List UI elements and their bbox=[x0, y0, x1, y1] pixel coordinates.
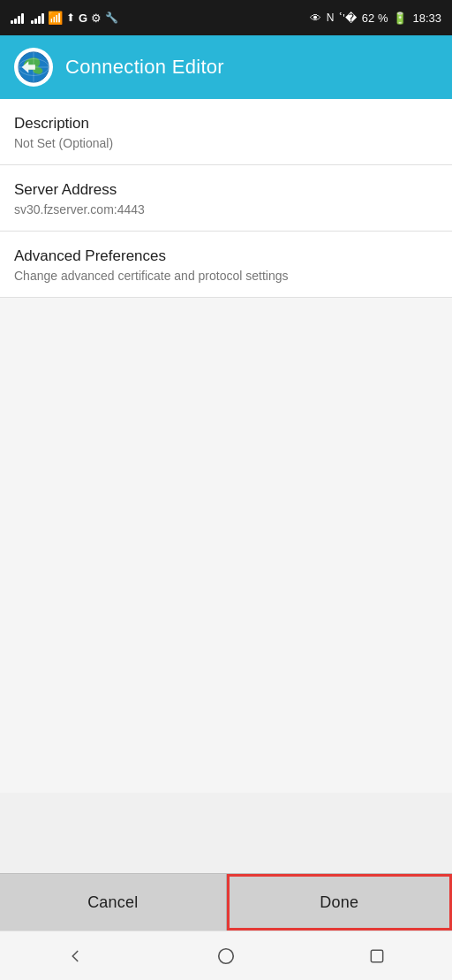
nfc-icon: N bbox=[327, 11, 335, 24]
g-icon: G bbox=[79, 11, 87, 25]
done-button[interactable]: Done bbox=[227, 874, 453, 931]
nav-bar bbox=[0, 931, 452, 980]
advanced-preferences-title: Advanced Preferences bbox=[14, 247, 438, 265]
signal-icon bbox=[11, 11, 24, 24]
app-logo bbox=[14, 48, 53, 87]
server-address-title: Server Address bbox=[14, 181, 438, 199]
wifi-icon: 📶 bbox=[48, 11, 63, 25]
status-left: 📶 ⬆ G ⚙ 🔧 bbox=[11, 11, 118, 25]
status-bar: 📶 ⬆ G ⚙ 🔧 👁 N ʿ'� 62 % 🔋 18:33 bbox=[0, 0, 452, 35]
advanced-preferences-subtitle: Change advanced certificate and protocol… bbox=[14, 269, 438, 283]
description-item[interactable]: Description Not Set (Optional) bbox=[0, 99, 452, 165]
app-title: Connection Editor bbox=[65, 56, 224, 79]
recent-nav-button[interactable] bbox=[358, 937, 396, 976]
battery-percentage: 62 % bbox=[362, 11, 388, 25]
empty-space bbox=[0, 298, 452, 793]
settings-icon: ⚙ bbox=[91, 11, 102, 25]
bottom-buttons: Cancel Done bbox=[0, 873, 452, 931]
server-address-item[interactable]: Server Address sv30.fzserver.com:4443 bbox=[0, 165, 452, 232]
svg-rect-7 bbox=[371, 950, 382, 961]
advanced-preferences-item[interactable]: Advanced Preferences Change advanced cer… bbox=[0, 232, 452, 298]
eye-icon: 👁 bbox=[310, 11, 321, 25]
svg-point-6 bbox=[219, 948, 234, 963]
content-area: Description Not Set (Optional) Server Ad… bbox=[0, 99, 452, 298]
server-address-subtitle: sv30.fzserver.com:4443 bbox=[14, 202, 438, 217]
upload-icon: ⬆ bbox=[66, 11, 75, 24]
time-display: 18:33 bbox=[412, 11, 441, 25]
description-title: Description bbox=[14, 115, 438, 133]
back-nav-button[interactable] bbox=[56, 937, 94, 976]
home-nav-button[interactable] bbox=[207, 937, 245, 976]
wrench-icon: 🔧 bbox=[105, 11, 118, 24]
status-right: 👁 N ʿ'� 62 % 🔋 18:33 bbox=[310, 11, 441, 25]
cancel-button[interactable]: Cancel bbox=[0, 874, 227, 931]
bluetooth-icon: ʿ'� bbox=[339, 11, 356, 25]
signal-icon-2 bbox=[31, 11, 44, 24]
battery-icon: 🔋 bbox=[393, 11, 407, 25]
description-subtitle: Not Set (Optional) bbox=[14, 136, 438, 150]
app-header: Connection Editor bbox=[0, 35, 452, 99]
